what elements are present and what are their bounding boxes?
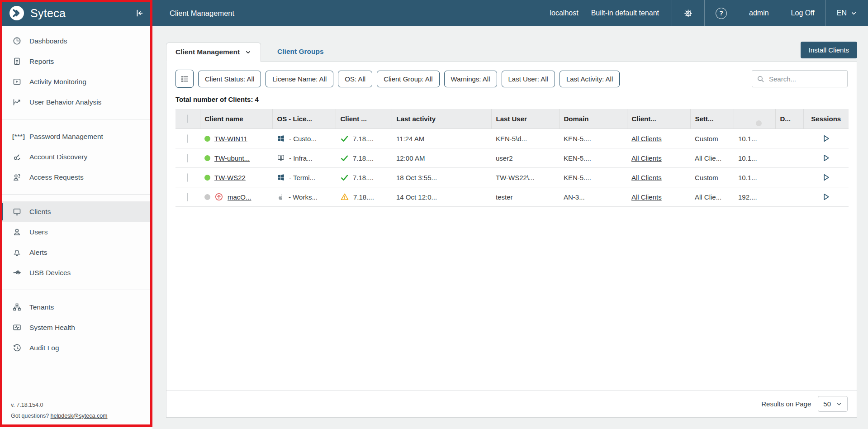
tenants-icon xyxy=(12,302,22,312)
sidebar-item-password-management[interactable]: [***] Password Management xyxy=(0,126,152,147)
usb-devices-icon xyxy=(12,268,22,277)
dashboards-icon xyxy=(12,36,22,46)
filter-warnings[interactable]: Warnings: All xyxy=(444,71,497,87)
total-clients-label: Total number of Clients: 4 xyxy=(175,95,848,103)
sidebar-item-dashboards[interactable]: Dashboards xyxy=(0,31,152,51)
play-session-icon[interactable] xyxy=(821,153,830,162)
sidebar-divider xyxy=(0,119,152,119)
client-group-link[interactable]: All Clients xyxy=(631,135,662,143)
sidebar-item-access-requests[interactable]: Access Requests xyxy=(0,167,152,187)
tabs-row: Client Management Client Groups Install … xyxy=(166,42,857,62)
view-options-button[interactable] xyxy=(175,70,194,88)
alerts-icon xyxy=(12,248,22,257)
logoff-button[interactable]: Log Off xyxy=(780,0,825,26)
collapse-sidebar-icon[interactable] xyxy=(134,8,144,18)
client-group-link[interactable]: All Clients xyxy=(631,174,662,181)
ok-check-icon xyxy=(340,134,349,143)
col-client-name[interactable]: Client name xyxy=(200,109,272,129)
license-label: - Termi... xyxy=(289,174,315,181)
language-selector[interactable]: EN xyxy=(825,0,868,26)
settings-button[interactable] xyxy=(672,0,704,26)
play-session-icon[interactable] xyxy=(821,173,830,182)
sidebar-item-audit-log[interactable]: Audit Log xyxy=(0,338,152,358)
host-label: localhost xyxy=(550,9,579,17)
col-os-license[interactable]: OS - Lice... xyxy=(272,109,336,129)
reports-icon xyxy=(12,57,22,66)
row-checkbox[interactable] xyxy=(187,173,188,182)
address-cell: 10.1... xyxy=(734,148,775,168)
settings-cell: Custom xyxy=(690,129,734,148)
settings-cell: All Clie... xyxy=(690,148,734,168)
client-version: 7.18.... xyxy=(353,135,374,143)
col-client-version[interactable]: Client ... xyxy=(336,109,392,129)
row-checkbox[interactable] xyxy=(187,193,188,201)
col-last-activity[interactable]: Last activity xyxy=(392,109,491,129)
sidebar-header: Syteca xyxy=(0,0,152,26)
col-settings[interactable]: Sett... xyxy=(690,109,734,129)
sidebar-item-reports[interactable]: Reports xyxy=(0,51,152,72)
sidebar-divider xyxy=(0,290,152,290)
filter-last-user[interactable]: Last User: All xyxy=(502,71,555,87)
domain-cell: KEN-5.... xyxy=(559,168,627,187)
help-button[interactable]: ? xyxy=(704,0,738,26)
client-name-link[interactable]: TW-WIN11 xyxy=(214,135,247,143)
col-sessions[interactable]: Sessions xyxy=(803,109,849,129)
sidebar-item-tenants[interactable]: Tenants xyxy=(0,297,152,317)
sidebar-item-alerts[interactable]: Alerts xyxy=(0,242,152,262)
filter-last-activity[interactable]: Last Activity: All xyxy=(560,71,620,87)
col-domain[interactable]: Domain xyxy=(559,109,627,129)
last-activity-cell: 12:00 AM xyxy=(392,148,491,168)
play-session-icon[interactable] xyxy=(821,134,830,143)
ok-check-icon xyxy=(340,154,349,162)
sidebar-item-label: Audit Log xyxy=(29,344,59,352)
filter-os[interactable]: OS: All xyxy=(338,71,372,87)
clients-table: Client name OS - Lice... Client ... Last… xyxy=(175,109,849,207)
help-icon: ? xyxy=(716,8,727,19)
sidebar-item-usb-devices[interactable]: USB Devices xyxy=(0,262,152,283)
client-name-link[interactable]: macO... xyxy=(228,193,251,201)
filter-client-group[interactable]: Client Group: All xyxy=(377,71,439,87)
address-cell: 10.1... xyxy=(734,168,775,187)
user-behavior-analysis-icon xyxy=(12,97,22,107)
tab-label: Client Management xyxy=(175,48,240,56)
sidebar-item-label: USB Devices xyxy=(29,269,71,277)
sidebar-item-user-behavior-analysis[interactable]: User Behavior Analysis xyxy=(0,92,152,112)
install-clients-button[interactable]: Install Clients xyxy=(801,42,857,58)
select-all-checkbox[interactable] xyxy=(187,114,188,123)
col-client-group[interactable]: Client... xyxy=(627,109,690,129)
sidebar-item-clients[interactable]: Clients xyxy=(0,201,152,222)
access-requests-icon xyxy=(12,172,22,182)
tab-client-groups[interactable]: Client Groups xyxy=(277,48,323,62)
clients-icon xyxy=(12,207,22,216)
users-icon xyxy=(12,227,22,237)
col-last-user[interactable]: Last User xyxy=(491,109,559,129)
row-checkbox[interactable] xyxy=(187,134,188,143)
helpdesk-link[interactable]: helpdesk@syteca.com xyxy=(51,413,108,419)
sidebar-item-account-discovery[interactable]: Account Discovery xyxy=(0,147,152,167)
sidebar-item-users[interactable]: Users xyxy=(0,222,152,242)
sidebar-item-label: Account Discovery xyxy=(29,153,87,161)
sidebar-item-system-health[interactable]: System Health xyxy=(0,317,152,338)
client-name-link[interactable]: TW-ubunt... xyxy=(214,154,250,162)
search-input[interactable] xyxy=(768,75,843,83)
d-cell xyxy=(775,148,803,168)
online-status-dot xyxy=(204,136,210,142)
filter-client-status[interactable]: Client Status: All xyxy=(198,71,261,87)
row-checkbox[interactable] xyxy=(187,154,188,162)
activity-monitoring-icon xyxy=(12,77,22,86)
filter-license-name[interactable]: License Name: All xyxy=(266,71,333,87)
app-version: v. 7.18.154.0 xyxy=(11,402,147,408)
client-group-link[interactable]: All Clients xyxy=(631,193,662,201)
tab-client-management[interactable]: Client Management xyxy=(166,43,261,62)
col-d[interactable]: D... xyxy=(775,109,803,129)
user-menu[interactable]: admin xyxy=(738,0,780,26)
license-label: - Works... xyxy=(289,193,318,201)
client-version: 7.18.... xyxy=(353,174,374,181)
chevron-down-icon xyxy=(850,10,857,17)
page-size-select[interactable]: 50 xyxy=(818,396,848,412)
filter-row: Client Status: All License Name: All OS:… xyxy=(175,70,848,88)
sidebar-item-activity-monitoring[interactable]: Activity Monitoring xyxy=(0,72,152,92)
play-session-icon[interactable] xyxy=(821,192,830,201)
client-group-link[interactable]: All Clients xyxy=(631,154,662,162)
client-name-link[interactable]: TW-WS22 xyxy=(214,174,246,181)
